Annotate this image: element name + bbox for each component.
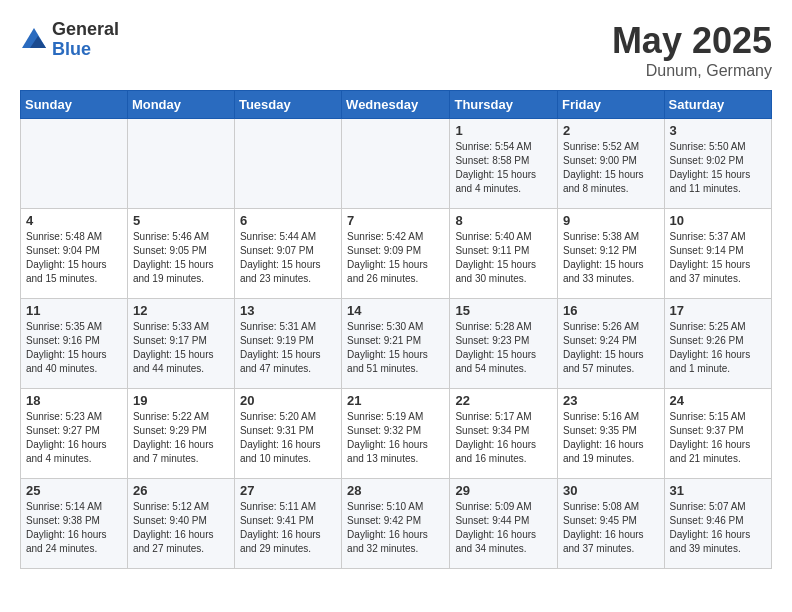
weekday-header-row: SundayMondayTuesdayWednesdayThursdayFrid… [21,91,772,119]
calendar-day-cell: 6Sunrise: 5:44 AM Sunset: 9:07 PM Daylig… [234,209,341,299]
day-number: 29 [455,483,552,498]
day-info: Sunrise: 5:30 AM Sunset: 9:21 PM Dayligh… [347,320,444,376]
day-number: 3 [670,123,766,138]
day-info: Sunrise: 5:09 AM Sunset: 9:44 PM Dayligh… [455,500,552,556]
calendar-day-cell: 3Sunrise: 5:50 AM Sunset: 9:02 PM Daylig… [664,119,771,209]
day-info: Sunrise: 5:17 AM Sunset: 9:34 PM Dayligh… [455,410,552,466]
calendar-day-cell: 8Sunrise: 5:40 AM Sunset: 9:11 PM Daylig… [450,209,558,299]
day-number: 9 [563,213,659,228]
calendar-day-cell: 11Sunrise: 5:35 AM Sunset: 9:16 PM Dayli… [21,299,128,389]
day-number: 18 [26,393,122,408]
calendar-day-cell: 26Sunrise: 5:12 AM Sunset: 9:40 PM Dayli… [127,479,234,569]
day-info: Sunrise: 5:40 AM Sunset: 9:11 PM Dayligh… [455,230,552,286]
day-number: 8 [455,213,552,228]
weekday-header-saturday: Saturday [664,91,771,119]
day-number: 26 [133,483,229,498]
day-number: 20 [240,393,336,408]
calendar-day-cell: 10Sunrise: 5:37 AM Sunset: 9:14 PM Dayli… [664,209,771,299]
day-info: Sunrise: 5:35 AM Sunset: 9:16 PM Dayligh… [26,320,122,376]
weekday-header-sunday: Sunday [21,91,128,119]
weekday-header-tuesday: Tuesday [234,91,341,119]
day-info: Sunrise: 5:38 AM Sunset: 9:12 PM Dayligh… [563,230,659,286]
calendar-week-row: 18Sunrise: 5:23 AM Sunset: 9:27 PM Dayli… [21,389,772,479]
day-info: Sunrise: 5:20 AM Sunset: 9:31 PM Dayligh… [240,410,336,466]
day-number: 31 [670,483,766,498]
day-info: Sunrise: 5:08 AM Sunset: 9:45 PM Dayligh… [563,500,659,556]
calendar-day-cell: 2Sunrise: 5:52 AM Sunset: 9:00 PM Daylig… [558,119,665,209]
day-info: Sunrise: 5:48 AM Sunset: 9:04 PM Dayligh… [26,230,122,286]
calendar-day-cell: 15Sunrise: 5:28 AM Sunset: 9:23 PM Dayli… [450,299,558,389]
day-info: Sunrise: 5:28 AM Sunset: 9:23 PM Dayligh… [455,320,552,376]
calendar-day-cell: 30Sunrise: 5:08 AM Sunset: 9:45 PM Dayli… [558,479,665,569]
calendar-day-cell: 31Sunrise: 5:07 AM Sunset: 9:46 PM Dayli… [664,479,771,569]
calendar-day-cell: 16Sunrise: 5:26 AM Sunset: 9:24 PM Dayli… [558,299,665,389]
calendar-table: SundayMondayTuesdayWednesdayThursdayFrid… [20,90,772,569]
page-header: General Blue May 2025 Dunum, Germany [20,20,772,80]
day-number: 28 [347,483,444,498]
day-number: 11 [26,303,122,318]
logo: General Blue [20,20,119,60]
day-number: 13 [240,303,336,318]
day-number: 5 [133,213,229,228]
day-info: Sunrise: 5:50 AM Sunset: 9:02 PM Dayligh… [670,140,766,196]
empty-cell [127,119,234,209]
calendar-day-cell: 18Sunrise: 5:23 AM Sunset: 9:27 PM Dayli… [21,389,128,479]
day-info: Sunrise: 5:15 AM Sunset: 9:37 PM Dayligh… [670,410,766,466]
day-info: Sunrise: 5:33 AM Sunset: 9:17 PM Dayligh… [133,320,229,376]
logo-icon [20,26,48,54]
calendar-day-cell: 1Sunrise: 5:54 AM Sunset: 8:58 PM Daylig… [450,119,558,209]
calendar-day-cell: 13Sunrise: 5:31 AM Sunset: 9:19 PM Dayli… [234,299,341,389]
day-info: Sunrise: 5:37 AM Sunset: 9:14 PM Dayligh… [670,230,766,286]
day-number: 14 [347,303,444,318]
day-number: 12 [133,303,229,318]
day-info: Sunrise: 5:16 AM Sunset: 9:35 PM Dayligh… [563,410,659,466]
calendar-day-cell: 28Sunrise: 5:10 AM Sunset: 9:42 PM Dayli… [342,479,450,569]
day-number: 25 [26,483,122,498]
day-number: 21 [347,393,444,408]
calendar-day-cell: 17Sunrise: 5:25 AM Sunset: 9:26 PM Dayli… [664,299,771,389]
day-number: 15 [455,303,552,318]
calendar-day-cell: 20Sunrise: 5:20 AM Sunset: 9:31 PM Dayli… [234,389,341,479]
location-title: Dunum, Germany [612,62,772,80]
title-block: May 2025 Dunum, Germany [612,20,772,80]
day-info: Sunrise: 5:19 AM Sunset: 9:32 PM Dayligh… [347,410,444,466]
day-number: 4 [26,213,122,228]
empty-cell [234,119,341,209]
calendar-day-cell: 4Sunrise: 5:48 AM Sunset: 9:04 PM Daylig… [21,209,128,299]
day-number: 22 [455,393,552,408]
day-info: Sunrise: 5:14 AM Sunset: 9:38 PM Dayligh… [26,500,122,556]
day-number: 16 [563,303,659,318]
day-number: 1 [455,123,552,138]
day-number: 23 [563,393,659,408]
day-number: 24 [670,393,766,408]
day-number: 27 [240,483,336,498]
calendar-day-cell: 24Sunrise: 5:15 AM Sunset: 9:37 PM Dayli… [664,389,771,479]
day-number: 7 [347,213,444,228]
day-info: Sunrise: 5:12 AM Sunset: 9:40 PM Dayligh… [133,500,229,556]
logo-text: General Blue [52,20,119,60]
calendar-day-cell: 27Sunrise: 5:11 AM Sunset: 9:41 PM Dayli… [234,479,341,569]
day-info: Sunrise: 5:23 AM Sunset: 9:27 PM Dayligh… [26,410,122,466]
calendar-day-cell: 22Sunrise: 5:17 AM Sunset: 9:34 PM Dayli… [450,389,558,479]
calendar-day-cell: 5Sunrise: 5:46 AM Sunset: 9:05 PM Daylig… [127,209,234,299]
calendar-day-cell: 7Sunrise: 5:42 AM Sunset: 9:09 PM Daylig… [342,209,450,299]
weekday-header-monday: Monday [127,91,234,119]
day-number: 17 [670,303,766,318]
calendar-day-cell: 21Sunrise: 5:19 AM Sunset: 9:32 PM Dayli… [342,389,450,479]
weekday-header-friday: Friday [558,91,665,119]
calendar-day-cell: 25Sunrise: 5:14 AM Sunset: 9:38 PM Dayli… [21,479,128,569]
day-number: 10 [670,213,766,228]
day-info: Sunrise: 5:26 AM Sunset: 9:24 PM Dayligh… [563,320,659,376]
day-info: Sunrise: 5:52 AM Sunset: 9:00 PM Dayligh… [563,140,659,196]
day-info: Sunrise: 5:11 AM Sunset: 9:41 PM Dayligh… [240,500,336,556]
calendar-week-row: 1Sunrise: 5:54 AM Sunset: 8:58 PM Daylig… [21,119,772,209]
calendar-week-row: 25Sunrise: 5:14 AM Sunset: 9:38 PM Dayli… [21,479,772,569]
weekday-header-thursday: Thursday [450,91,558,119]
day-number: 6 [240,213,336,228]
calendar-week-row: 4Sunrise: 5:48 AM Sunset: 9:04 PM Daylig… [21,209,772,299]
day-info: Sunrise: 5:44 AM Sunset: 9:07 PM Dayligh… [240,230,336,286]
day-info: Sunrise: 5:54 AM Sunset: 8:58 PM Dayligh… [455,140,552,196]
day-number: 2 [563,123,659,138]
day-info: Sunrise: 5:42 AM Sunset: 9:09 PM Dayligh… [347,230,444,286]
day-info: Sunrise: 5:25 AM Sunset: 9:26 PM Dayligh… [670,320,766,376]
